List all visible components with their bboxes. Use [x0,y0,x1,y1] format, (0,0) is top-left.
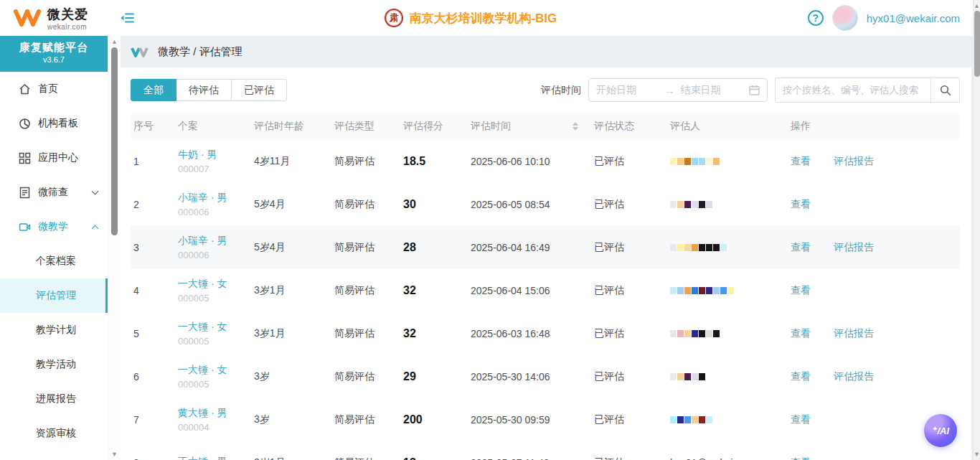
evaluator-glyph-blocks [670,201,785,208]
table-row: 1牛奶 · 男0000074岁11月简易评估18.52025-06-06 10:… [131,140,960,183]
action-查看[interactable]: 查看 [791,198,811,210]
action-查看[interactable]: 查看 [791,284,811,296]
case-name-link[interactable]: 小瑞辛 · 男 [178,192,248,205]
case-name-link[interactable]: 黄大锤 · 男 [178,407,248,420]
case-name-link[interactable]: 小瑞辛 · 男 [178,235,248,248]
page-scroll-down-icon[interactable]: ▼ [974,451,980,458]
ai-assistant-button[interactable]: ✦/AI [924,414,957,447]
action-查看[interactable]: 查看 [791,413,811,425]
sidebar-scrollbar[interactable]: ▲ ▼ [108,36,121,460]
case-name-link[interactable]: 一大锤 · 女 [178,364,248,377]
action-评估报告[interactable]: 评估报告 [834,155,874,166]
scroll-up-icon[interactable]: ▲ [108,38,121,45]
column-header-评估得分: 评估得分 [400,113,468,140]
table-row: 2小瑞辛 · 男0000065岁4月简易评估302025-06-05 08:54… [131,183,960,226]
evaluator-cell [667,269,788,312]
row-index: 1 [131,140,175,183]
sidebar-subitem-个案档案[interactable]: 个案档案 [0,244,108,278]
time-cell: 2025-06-04 16:49 [468,226,591,269]
sidebar-subitem-教学计划[interactable]: 教学计划 [0,313,108,347]
platform-version: v3.6.7 [0,55,108,64]
brand-name: 微关爱 [47,6,88,23]
age-cell: 3岁1月 [251,269,331,312]
evaluator-glyph-blocks [670,416,785,423]
row-index: 2 [131,183,175,226]
sidebar-item-机构看板[interactable]: 机构看板 [0,106,108,141]
row-index: 5 [131,312,175,355]
actions-cell: 查看 [788,183,960,226]
row-index: 3 [131,226,175,269]
action-查看[interactable]: 查看 [791,327,811,339]
tab-全部[interactable]: 全部 [131,79,176,101]
sidebar-subitem-评估管理[interactable]: 评估管理 [0,278,108,313]
case-name-link[interactable]: 一大锤 · 女 [178,321,248,334]
sidebar-item-微筛查[interactable]: 微筛查 [0,175,108,210]
row-index: 7 [131,398,175,441]
page-scrollbar[interactable]: ▲ ▼ [973,0,980,460]
age-cell: 5岁4月 [251,183,331,226]
action-评估报告[interactable]: 评估报告 [834,327,874,339]
platform-header: 康复赋能平台 v3.6.7 [0,36,108,72]
action-查看[interactable]: 查看 [791,456,811,460]
actions-cell: 查看评估报告 [788,312,960,355]
table-row: 3小瑞辛 · 男0000065岁4月简易评估282025-06-04 16:49… [131,226,960,269]
actions-cell: 查看评估报告 [788,226,960,269]
time-cell: 2025-05-30 09:59 [468,398,591,441]
calendar-icon [749,85,760,95]
sidebar-scrollbar-thumb[interactable] [111,47,118,235]
case-name-link[interactable]: 牛奶 · 男 [178,149,248,161]
type-cell: 简易评估 [331,269,400,312]
apps-icon [19,152,31,164]
score-cell: 30 [400,183,468,226]
sidebar-subitem-教学活动[interactable]: 教学活动 [0,347,108,382]
type-cell: 简易评估 [331,226,400,269]
sidebar-item-微教学[interactable]: 微教学 [0,210,108,244]
start-date-placeholder[interactable]: 开始日期 [596,84,659,97]
time-cell: 2025-06-03 16:48 [468,312,591,355]
sidebar-item-首页[interactable]: 首页 [0,72,108,106]
action-查看[interactable]: 查看 [791,155,811,166]
score-cell: 32 [400,312,468,355]
menu-fold-icon[interactable] [121,12,134,24]
sidebar-subitem-进展报告[interactable]: 进展报告 [0,382,108,416]
type-cell: 简易评估 [331,398,400,441]
case-name-link[interactable]: 一大锤 · 女 [178,278,248,291]
screening-icon [19,187,31,199]
status-tabs: 全部待评估已评估 [131,79,287,101]
home-icon [19,83,31,95]
action-查看[interactable]: 查看 [791,370,811,382]
action-查看[interactable]: 查看 [791,241,811,253]
type-cell: 简易评估 [331,140,400,183]
avatar[interactable] [832,5,858,31]
table-header-row: 序号个案评估时年龄评估类型评估得分评估时间评估状态评估人操作 [131,113,960,140]
actions-cell: 查看 [788,269,960,312]
help-icon[interactable]: ? [808,10,824,26]
date-range-picker[interactable]: 开始日期 → 结束日期 [588,78,768,102]
search-input[interactable] [776,78,930,102]
column-header-评估时间: 评估时间 [468,113,591,140]
scroll-down-icon[interactable]: ▼ [108,451,121,458]
row-index: 6 [131,355,175,398]
search-button[interactable] [930,78,959,102]
sort-icon[interactable] [573,122,578,131]
main-area: 微教学 / 评估管理 全部待评估已评估 评估时间 开始日期 → 结束日期 [121,36,980,460]
action-评估报告[interactable]: 评估报告 [834,241,874,253]
action-评估报告[interactable]: 评估报告 [834,370,874,382]
page-scrollbar-thumb[interactable] [974,11,980,77]
end-date-placeholder[interactable]: 结束日期 [681,84,744,97]
page-scroll-up-icon[interactable]: ▲ [974,2,980,9]
case-name-link[interactable]: 王大锤 · 男 [178,456,248,460]
age-cell: 3岁1月 [251,312,331,355]
tab-已评估[interactable]: 已评估 [232,79,287,101]
column-header-操作: 操作 [788,113,960,140]
sidebar-subitem-资源审核[interactable]: 资源审核 [0,416,108,451]
toolbar: 全部待评估已评估 评估时间 开始日期 → 结束日期 [131,78,960,103]
tab-待评估[interactable]: 待评估 [176,79,232,101]
user-email[interactable]: hyx01@wekair.com [867,12,960,24]
sidebar-item-应用中心[interactable]: 应用中心 [0,141,108,175]
evaluator-cell [667,355,788,398]
search-icon [940,85,951,96]
evaluator-glyph-blocks [670,287,785,294]
table-row: 7黄大锤 · 男0000043岁简易评估2002025-05-30 09:59已… [131,398,960,441]
evaluator-cell [667,398,788,441]
